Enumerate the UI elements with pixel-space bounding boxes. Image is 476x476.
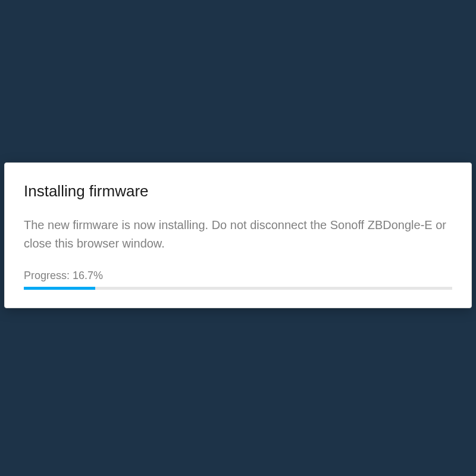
progress-bar-fill — [24, 287, 95, 290]
dialog-description: The new firmware is now installing. Do n… — [24, 216, 452, 253]
progress-bar — [24, 287, 452, 290]
firmware-install-dialog: Installing firmware The new firmware is … — [4, 162, 472, 308]
progress-label: Progress: 16.7% — [24, 270, 452, 282]
dialog-title: Installing firmware — [24, 182, 452, 201]
